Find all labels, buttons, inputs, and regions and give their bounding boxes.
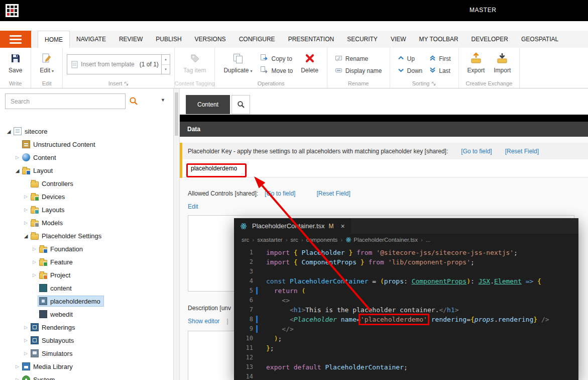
tree-item-sublayouts[interactable]: ▷Sublayouts [0,334,173,347]
section-header-data[interactable]: Data [180,122,588,137]
code-line[interactable]: 12 [234,353,578,362]
breadcrumb-item[interactable]: ... [426,237,431,243]
ribbon-tab-developer[interactable]: DEVELOPER [465,31,515,48]
breadcrumb-item[interactable]: src [242,237,249,243]
reset-field-link[interactable]: [Reset Field] [316,190,350,197]
tree-item-renderings[interactable]: ▷Renderings [0,321,173,334]
tree-item-placeholderdemo[interactable]: placeholderdemo [0,295,173,308]
code-line[interactable]: 11}; [234,343,578,353]
tree-item-placeholder-settings[interactable]: ◢Placeholder Settings [0,229,173,242]
expand-arrow-icon[interactable]: ▷ [22,207,30,212]
code-line[interactable]: 6 <> [234,296,578,305]
tab-content[interactable]: Content [186,95,230,114]
ribbon-tab-view[interactable]: VIEW [384,31,413,48]
sitecore-logo-icon[interactable] [6,4,19,17]
spinner-down-icon[interactable]: ▼ [162,65,170,74]
code-area[interactable]: 1import { Placeholder } from '@sitecore-… [234,246,578,380]
ribbon-tab-navigate[interactable]: NAVIGATE [70,31,112,48]
move-to-button[interactable]: Move to [257,65,296,76]
expand-arrow-icon[interactable]: ▷ [14,377,21,380]
tree-scrollbar-thumb[interactable] [175,92,178,136]
insert-from-template-field[interactable]: Insert from template (1 of 1) ▲ ▼ [67,54,170,74]
goto-field-link[interactable]: [Go to field] [461,148,492,155]
tab-search[interactable] [231,95,250,114]
breadcrumb-item[interactable]: sxastarter [257,237,283,243]
code-line[interactable]: 10 ); [234,334,578,343]
sort-first-button[interactable]: First [426,53,454,64]
delete-button[interactable]: Delete [296,51,323,74]
expand-arrow-icon[interactable]: ▷ [22,338,30,343]
rename-button[interactable]: Rename [331,53,386,64]
tree-item-content[interactable]: content [0,281,173,295]
code-line[interactable]: 13export default PlaceholderContainer; [234,362,578,372]
code-line[interactable]: 9 </> [234,324,578,334]
tree-item-simulators[interactable]: ▷Simulators [0,347,173,360]
hamburger-menu-button[interactable] [0,31,31,48]
code-line[interactable]: 2import { ComponentProps } from 'lib/com… [234,257,578,267]
close-icon[interactable]: × [341,222,345,230]
expand-arrow-icon[interactable]: ▷ [31,272,38,277]
tree-item-layout[interactable]: ◢Layout [0,164,173,177]
expand-arrow-icon[interactable]: ▷ [14,155,21,160]
expand-arrow-icon[interactable]: ▷ [22,194,30,199]
tree-item-feature[interactable]: ▷Feature [0,255,173,268]
search-icon[interactable] [129,97,138,107]
export-button[interactable]: Export [463,51,490,74]
tree-item-content[interactable]: ▷Content [0,151,173,164]
ribbon-tab-review[interactable]: REVIEW [112,31,149,48]
sort-up-button[interactable]: Up [394,53,426,64]
show-editor-link[interactable]: Show editor [188,318,219,325]
search-options-caret-icon[interactable]: ▼ [161,98,165,103]
expand-arrow-icon[interactable]: ▷ [22,325,30,330]
expand-arrow-icon[interactable]: ▷ [31,246,38,251]
edit-link[interactable]: Edit [188,203,198,210]
tag-item-button[interactable]: Tag item [179,51,210,74]
tree-item-controllers[interactable]: Controllers [0,177,173,190]
dialog-launcher-icon[interactable] [431,81,436,86]
import-button[interactable]: Import [489,51,515,74]
tree-item-unstructured-content[interactable]: Unstructured Content [0,138,173,151]
dialog-launcher-icon[interactable] [124,81,129,86]
copy-to-button[interactable]: Copy to [257,53,296,64]
breadcrumb-item[interactable]: src [291,237,298,243]
expand-arrow-icon[interactable]: ▷ [22,220,30,225]
reset-field-link[interactable]: [Reset Field] [505,148,539,155]
expand-arrow-icon[interactable]: ▷ [14,364,21,369]
collapse-arrow-icon[interactable]: ◢ [5,129,13,134]
ribbon-tab-home[interactable]: HOME [38,31,70,48]
collapse-arrow-icon[interactable]: ◢ [14,168,21,173]
ribbon-tab-my-toolbar[interactable]: MY TOOLBAR [413,31,465,48]
code-line[interactable]: 5 return ( [234,286,578,296]
tree-item-media-library[interactable]: ▷Media Library [0,360,173,373]
sort-last-button[interactable]: Last [426,65,454,76]
code-line[interactable]: 14 [234,372,578,380]
goto-field-link[interactable]: [Go to field] [265,190,295,197]
tree-item-sitecore[interactable]: ◢sitecore [0,125,173,138]
breadcrumb-item[interactable]: PlaceholderContainer.tsx [354,237,418,243]
code-line[interactable]: 7 <h1>This is the placeholder container.… [234,305,578,315]
expand-arrow-icon[interactable]: ▷ [22,351,30,356]
ribbon-tab-versions[interactable]: VERSIONS [188,31,232,48]
tree-item-project[interactable]: ▷Project [0,268,173,281]
tree-item-layouts[interactable]: ▷Layouts [0,203,173,216]
tree-item-devices[interactable]: ▷Devices [0,190,173,203]
ribbon-tab-security[interactable]: SECURITY [340,31,384,48]
ribbon-tab-geospatial[interactable]: GEOSPATIAL [515,31,565,48]
tree-item-webedit[interactable]: webedit [0,308,173,321]
code-line[interactable]: 3 [234,267,578,276]
save-button[interactable]: Save [4,51,27,74]
tree-scrollbar[interactable] [173,88,180,380]
sort-down-button[interactable]: Down [394,65,426,76]
display-name-button[interactable]: Display name [331,65,386,76]
ribbon-tab-publish[interactable]: PUBLISH [149,31,188,48]
tree-item-system[interactable]: ▷System [0,373,173,380]
breadcrumb-item[interactable]: components [306,237,338,243]
tree-item-foundation[interactable]: ▷Foundation [0,242,173,255]
duplicate-button[interactable]: Duplicate▾ [219,51,257,74]
tree-item-models[interactable]: ▷Models [0,216,173,229]
edit-button[interactable]: Edit▾ [35,51,58,74]
search-input[interactable] [5,93,126,109]
expand-arrow-icon[interactable]: ▷ [31,259,38,264]
collapse-arrow-icon[interactable]: ◢ [22,233,30,239]
code-line[interactable]: 1import { Placeholder } from '@sitecore-… [234,248,578,257]
